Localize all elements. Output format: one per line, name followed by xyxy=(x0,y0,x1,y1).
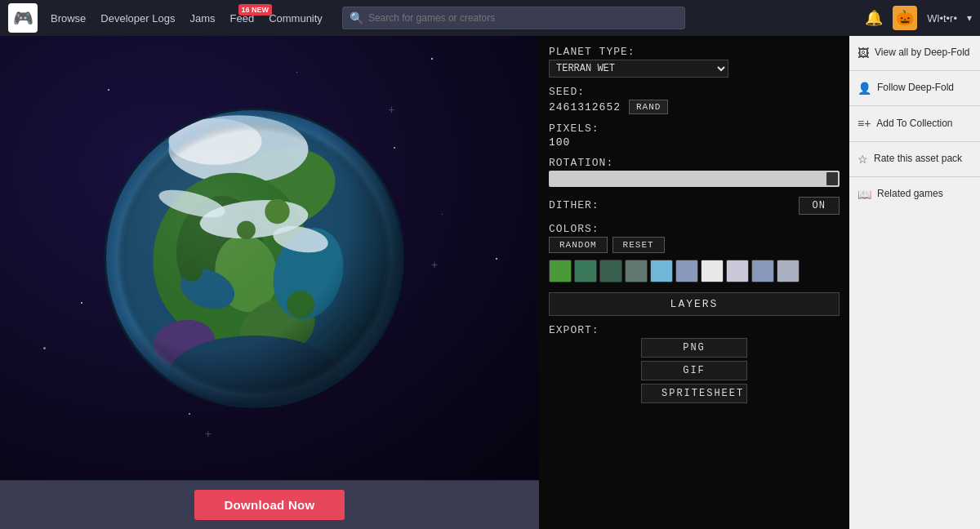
export-options: PNG GIF SPRITESHEET xyxy=(549,338,840,403)
reset-colors-button[interactable]: RESET xyxy=(612,237,665,253)
color-swatch-9[interactable] xyxy=(777,260,800,282)
nav-community[interactable]: Community xyxy=(269,12,323,24)
rotation-label: ROTATION: xyxy=(549,157,840,169)
planet-type-row: TERRAN WET TERRAN DRY GAS GIANT ICE WORL… xyxy=(549,60,840,78)
main-content: + + + + + + xyxy=(0,36,980,529)
nav-right: 🔔 🎃 Wl•t•r• ▾ xyxy=(865,6,972,30)
logo-icon: 🎮 xyxy=(13,8,33,28)
random-colors-button[interactable]: RANDOM xyxy=(549,237,608,253)
color-swatch-7[interactable] xyxy=(726,260,749,282)
planet-type-select[interactable]: TERRAN WET TERRAN DRY GAS GIANT ICE WORL… xyxy=(549,60,728,78)
add-collection-button[interactable]: ≡+ Add To Collection xyxy=(849,109,980,137)
chevron-down-icon[interactable]: ▾ xyxy=(967,12,972,24)
nav-feed-wrapper: Feed 16 NEW xyxy=(229,11,254,25)
layers-button[interactable]: LAYERS xyxy=(549,292,840,316)
color-swatch-2[interactable] xyxy=(599,260,622,282)
add-collection-label: Add To Collection xyxy=(876,118,952,131)
colors-buttons-row: RANDOM RESET xyxy=(549,237,840,253)
planet-controls-panel: PLANET TYPE: TERRAN WET TERRAN DRY GAS G… xyxy=(539,36,849,529)
nav-jams[interactable]: Jams xyxy=(189,12,215,24)
follow-button[interactable]: 👤 Follow Deep-Fold xyxy=(849,74,980,102)
related-games-label: Related games xyxy=(877,188,943,201)
download-now-button[interactable]: Download Now xyxy=(194,490,344,520)
seed-rand-button[interactable]: RAND xyxy=(629,100,668,114)
planet-canvas: + + + + + + xyxy=(0,36,539,480)
sidebar-divider xyxy=(849,141,980,142)
rotation-slider[interactable] xyxy=(549,171,840,187)
colors-label: COLORS: xyxy=(549,223,840,235)
rate-button[interactable]: ☆ Rate this asset pack xyxy=(849,145,980,173)
username[interactable]: Wl•t•r• xyxy=(927,12,957,24)
rate-icon: ☆ xyxy=(858,152,868,167)
color-swatch-4[interactable] xyxy=(650,260,673,282)
color-swatches xyxy=(549,260,840,282)
search-icon: 🔍 xyxy=(350,11,363,24)
pixels-label: PIXELS: xyxy=(549,122,840,135)
color-swatch-3[interactable] xyxy=(625,260,648,282)
view-all-button[interactable]: 🖼 View all by Deep-Fold xyxy=(849,39,980,67)
avatar[interactable]: 🎃 xyxy=(893,6,917,30)
planet-type-label: PLANET TYPE: xyxy=(549,46,840,58)
seed-value: 2461312652 xyxy=(549,101,621,113)
related-games-button[interactable]: 📖 Related games xyxy=(849,180,980,208)
bell-icon[interactable]: 🔔 xyxy=(865,9,883,27)
star xyxy=(43,347,46,349)
color-swatch-1[interactable] xyxy=(574,260,597,282)
sidebar-divider xyxy=(849,105,980,106)
search-input[interactable] xyxy=(368,12,678,24)
nav-developer-logs[interactable]: Developer Logs xyxy=(100,12,175,24)
follow-label: Follow Deep-Fold xyxy=(877,82,954,95)
sidebar-divider xyxy=(849,70,980,71)
color-swatch-6[interactable] xyxy=(701,260,724,282)
seed-row: 2461312652 RAND xyxy=(549,100,840,114)
avatar-icon: 🎃 xyxy=(896,9,914,27)
related-games-icon: 📖 xyxy=(858,187,871,202)
svg-point-22 xyxy=(105,109,403,407)
search-bar[interactable]: 🔍 xyxy=(342,7,685,29)
sidebar-divider xyxy=(849,176,980,177)
export-gif-button[interactable]: GIF xyxy=(641,361,747,380)
add-collection-icon: ≡+ xyxy=(858,116,871,131)
feed-badge: 16 NEW xyxy=(238,4,273,16)
planet xyxy=(99,103,409,413)
dither-label: DITHER: xyxy=(549,199,599,211)
export-spritesheet-button[interactable]: SPRITESHEET xyxy=(641,384,747,403)
view-all-icon: 🖼 xyxy=(858,46,869,60)
export-label: EXPORT: xyxy=(549,324,840,336)
dither-row: DITHER: ON xyxy=(549,197,840,215)
rate-label: Rate this asset pack xyxy=(874,153,962,166)
logo[interactable]: 🎮 xyxy=(8,3,38,33)
download-bar: Download Now xyxy=(0,480,539,529)
seed-label: SEED: xyxy=(549,86,840,98)
planet-viewer: + + + + + + xyxy=(0,36,539,529)
nav-browse[interactable]: Browse xyxy=(51,12,86,24)
star xyxy=(296,72,297,73)
navbar: 🎮 Browse Developer Logs Jams Feed 16 NEW… xyxy=(0,0,980,36)
nav-links: Browse Developer Logs Jams Feed 16 NEW C… xyxy=(51,11,323,25)
color-swatch-0[interactable] xyxy=(549,260,572,282)
color-swatch-8[interactable] xyxy=(751,260,774,282)
dither-toggle[interactable]: ON xyxy=(799,197,840,215)
pixels-value: 100 xyxy=(549,136,840,149)
export-png-button[interactable]: PNG xyxy=(641,338,747,358)
crosshair-icon: + xyxy=(205,427,212,440)
view-all-label: View all by Deep-Fold xyxy=(875,47,970,60)
color-swatch-5[interactable] xyxy=(675,260,698,282)
rotation-slider-handle xyxy=(826,172,838,185)
follow-icon: 👤 xyxy=(858,81,871,96)
sidebar-panel: 🖼 View all by Deep-Fold 👤 Follow Deep-Fo… xyxy=(849,36,980,529)
planet-svg xyxy=(99,103,409,413)
crosshair-icon: + xyxy=(431,258,438,271)
